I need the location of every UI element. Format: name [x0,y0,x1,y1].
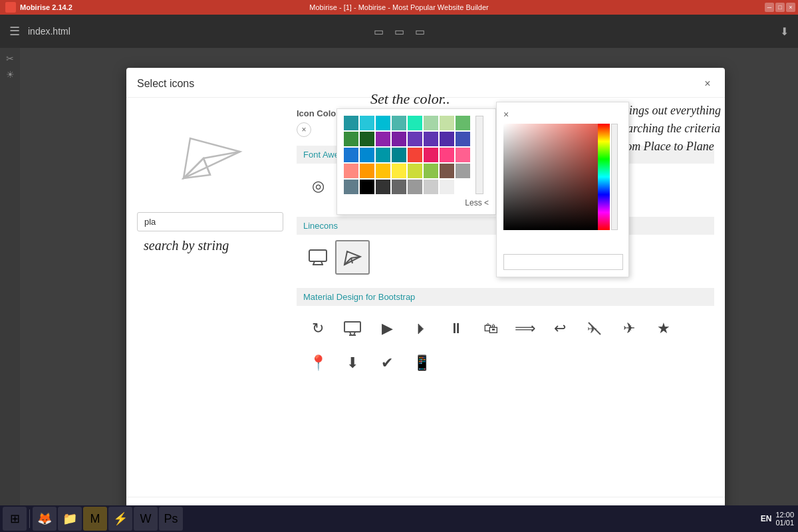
app-name: Mobirise 2.14.2 [20,3,72,11]
adv-scrollbar[interactable] [611,124,618,230]
icon-pause[interactable]: ⏸ [439,311,473,346]
close-btn[interactable]: × [786,3,795,12]
less-button[interactable]: Less < [344,198,489,207]
icon-play-circle-mdb[interactable]: ⏵ [404,311,439,346]
icon-paper-plane[interactable] [335,240,370,275]
color-close-btn[interactable]: × [297,122,311,137]
start-btn[interactable]: ⊞ [3,507,27,531]
icon-refresh[interactable]: ↻ [301,311,335,346]
icon-screen[interactable] [335,311,370,346]
color-swatch-14[interactable] [440,132,454,146]
color-swatch-26[interactable] [376,164,390,178]
color-swatch-20[interactable] [408,148,422,162]
taskbar-word[interactable]: W [134,507,158,531]
tablet-view-icon[interactable]: ▭ [394,25,404,38]
color-swatch-11[interactable] [392,132,406,146]
hue-bar[interactable] [598,124,610,230]
modal-close-btn[interactable]: × [701,77,714,90]
main-content: ✂ ☀ Select icons × [0,48,798,505]
color-swatch-22[interactable] [440,148,454,162]
svg-marker-0 [184,138,240,178]
color-swatch-34[interactable] [376,180,390,194]
taskbar-filezilla[interactable]: ⚡ [108,507,132,531]
icon-cast[interactable]: 📱 [404,346,439,380]
color-swatch-4[interactable] [408,116,422,130]
header-right: ⬇ [780,25,789,38]
color-swatch-25[interactable] [360,164,374,178]
icon-shop-down[interactable]: ⬇ [335,346,370,380]
color-swatch-30[interactable] [440,164,454,178]
color-swatch-28[interactable] [408,164,422,178]
color-swatch-8[interactable] [344,132,358,146]
color-swatch-29[interactable] [424,164,438,178]
color-swatch-7[interactable] [456,116,470,130]
taskbar-separator [29,509,30,528]
color-swatch-21[interactable] [424,148,438,162]
color-swatch-27[interactable] [392,164,406,178]
color-swatch-18[interactable] [376,148,390,162]
title-bar: Mobirise 2.14.2 Mobirise - [1] - Mobiris… [0,0,798,15]
taskbar-files[interactable]: 📁 [58,507,82,531]
color-swatch-33[interactable] [360,180,374,194]
color-swatch-23[interactable] [456,148,470,162]
file-name: index.html [28,26,70,37]
icon-monitor[interactable] [301,240,335,275]
color-swatch-19[interactable] [392,148,406,162]
color-swatch-35[interactable] [392,180,406,194]
minimize-btn[interactable]: ─ [765,3,774,12]
color-swatch-5[interactable] [424,116,438,130]
color-swatch-36[interactable] [408,180,422,194]
icon-shop[interactable]: 🛍 [473,311,508,346]
color-swatch-6[interactable] [440,116,454,130]
color-control: Icon Color × [297,108,339,137]
mdb-icons: ↻ ▶ ⏵ ⏸ 🛍 [297,306,714,386]
color-swatch-row: × [297,122,339,137]
icon-check-shop[interactable]: ✔ [370,346,404,380]
color-swatch-31[interactable] [456,164,470,178]
color-swatch-3[interactable] [392,116,406,130]
taskbar-mobirise[interactable]: M [83,507,107,531]
color-swatch-32[interactable] [344,180,358,194]
color-swatch-24[interactable] [344,164,358,178]
color-swatch-12[interactable] [408,132,422,146]
color-swatch-9[interactable] [360,132,374,146]
icon-location[interactable]: 📍 [301,346,335,380]
color-swatch-0[interactable] [344,116,358,130]
icon-star-rate[interactable]: ★ [646,311,681,346]
clip-icon[interactable]: ✂ [6,53,14,64]
download-icon[interactable]: ⬇ [780,25,789,38]
taskbar-language: EN [761,514,772,523]
color-swatch-16[interactable] [344,148,358,162]
adv-picker-close-btn[interactable]: × [503,109,509,120]
taskbar-firefox[interactable]: 🦊 [33,507,57,531]
icon-flight[interactable]: ✈ [612,311,646,346]
color-grid-container [344,116,489,194]
gradient-canvas[interactable] [503,124,610,230]
hex-color-input[interactable] [503,254,623,270]
color-swatch-2[interactable] [376,116,390,130]
color-swatch-38[interactable] [440,180,454,194]
color-swatch-10[interactable] [376,132,390,146]
sun-icon[interactable]: ☀ [6,69,15,80]
icon-search-input[interactable] [137,212,283,231]
taskbar-photoshop[interactable]: Ps [159,507,183,531]
color-swatch-1[interactable] [360,116,374,130]
mobile-view-icon[interactable]: ▭ [374,25,384,38]
color-swatch-13[interactable] [424,132,438,146]
icon-play-mdb[interactable]: ▶ [370,311,404,346]
color-label: Icon Color [297,108,339,118]
left-toolbar: ✂ ☀ [0,48,20,505]
hamburger-icon[interactable]: ☰ [9,24,20,39]
color-swatch-37[interactable] [424,180,438,194]
maximize-btn[interactable]: □ [775,3,785,12]
color-scrollbar[interactable] [475,116,483,194]
icon-forward[interactable]: ⟹ [508,311,543,346]
color-swatch-17[interactable] [360,148,374,162]
icon-replay[interactable]: ↩ [543,311,577,346]
desktop-view-icon[interactable]: ▭ [415,25,425,38]
icon-flight-off[interactable]: ✈ [577,311,612,346]
icon-play-circle[interactable]: ◎ [301,169,335,203]
app-header: ☰ index.html ▭ ▭ ▭ ⬇ [0,15,798,48]
color-swatch-15[interactable] [456,132,470,146]
color-swatch-39[interactable] [456,180,470,194]
